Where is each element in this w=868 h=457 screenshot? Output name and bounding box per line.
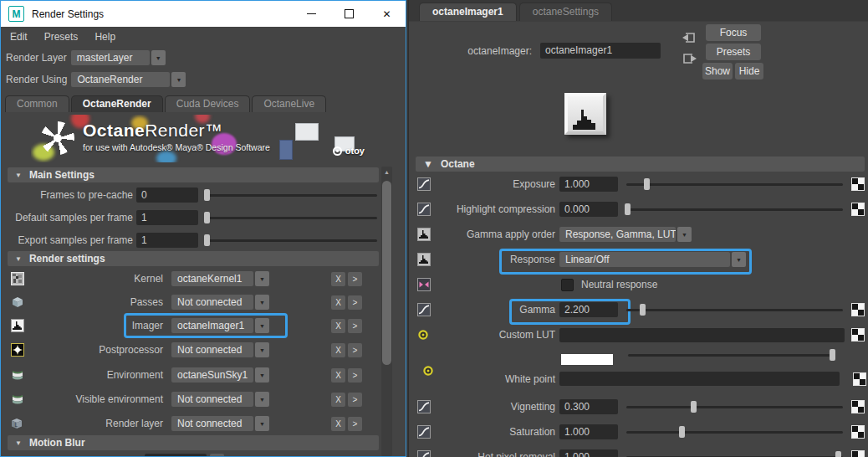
render-layer-node-icon[interactable]: L	[11, 418, 29, 429]
custom-lut-input[interactable]	[559, 328, 845, 342]
maximize-button[interactable]	[330, 1, 368, 27]
scroll-up-icon[interactable]: ▲	[381, 167, 392, 177]
gamma-slider[interactable]	[625, 302, 845, 317]
chevron-down-icon[interactable]: ▼	[255, 367, 269, 383]
render-layer-clear-button[interactable]: X	[331, 417, 345, 431]
map-checker-icon[interactable]	[851, 400, 865, 413]
kernel-open-button[interactable]: >	[348, 272, 362, 286]
postprocessor-node-icon[interactable]	[11, 343, 29, 357]
section-main-settings[interactable]: ▼ Main Settings	[8, 167, 379, 182]
clipped-field[interactable]	[145, 454, 207, 457]
focus-button[interactable]: Focus	[706, 24, 761, 41]
imager-swatch-preview[interactable]	[564, 93, 606, 135]
response-dropdown[interactable]: Linear/Off	[559, 252, 730, 267]
collapse-triangle-icon[interactable]: ▼	[423, 158, 433, 170]
kernel-dropdown[interactable]: octaneKernel1	[171, 271, 253, 286]
white-point-slider[interactable]	[626, 347, 836, 362]
saturation-input[interactable]: 1.000	[559, 424, 618, 439]
gamma-apply-order-dropdown[interactable]: Response, Gamma, LUT	[559, 227, 676, 242]
chevron-down-icon[interactable]: ▼	[255, 342, 269, 357]
curve-icon[interactable]	[417, 400, 439, 413]
minimize-button[interactable]	[293, 1, 330, 27]
vignetting-input[interactable]: 0.300	[559, 399, 618, 414]
curve-icon[interactable]	[417, 177, 439, 191]
visible-environment-node-icon[interactable]	[11, 393, 29, 406]
highlight-compression-slider[interactable]	[625, 202, 845, 217]
imager-clear-button[interactable]: X	[331, 319, 345, 333]
hot-pixel-removal-input[interactable]: 1.000	[559, 449, 618, 457]
tab-common[interactable]: Common	[5, 95, 69, 112]
export-samples-input[interactable]: 1	[136, 233, 198, 248]
show-button[interactable]: Show	[702, 63, 733, 80]
kernel-node-icon[interactable]	[11, 272, 29, 285]
output-connection-icon[interactable]	[681, 50, 697, 67]
collapse-triangle-icon[interactable]: ▼	[15, 255, 22, 263]
white-point-color-swatch[interactable]	[561, 354, 613, 365]
hide-button[interactable]: Hide	[735, 63, 763, 80]
curve-icon[interactable]	[417, 203, 439, 216]
exposure-slider[interactable]	[625, 177, 845, 192]
mixer-icon[interactable]	[417, 278, 439, 291]
curve-icon[interactable]	[417, 425, 439, 439]
hot-pixel-removal-slider[interactable]	[625, 449, 845, 457]
render-layer-dropdown[interactable]: masterLayer	[71, 50, 150, 65]
histogram-icon[interactable]	[417, 253, 439, 266]
render-layer-node-dropdown[interactable]: Not connected	[171, 416, 253, 431]
histogram-icon[interactable]	[417, 228, 439, 241]
tab-octanerender[interactable]: OctaneRender	[71, 95, 163, 112]
map-checker-icon[interactable]	[851, 177, 865, 191]
environment-node-icon[interactable]	[11, 368, 29, 382]
curve-icon[interactable]	[417, 450, 439, 457]
render-using-dropdown[interactable]: OctaneRender	[71, 72, 170, 87]
menu-help[interactable]: Help	[94, 31, 115, 43]
map-checker-icon[interactable]	[853, 372, 866, 386]
chevron-down-icon[interactable]: ▼	[677, 227, 692, 242]
imager-node-icon[interactable]	[11, 319, 29, 332]
exposure-input[interactable]: 1.000	[559, 177, 618, 192]
map-checker-icon[interactable]	[851, 450, 865, 457]
export-samples-slider[interactable]	[205, 233, 379, 248]
imager-dropdown[interactable]: octaneImager1	[171, 318, 253, 333]
frames-to-precache-slider[interactable]	[205, 187, 379, 203]
menu-presets[interactable]: Presets	[44, 31, 79, 43]
visible-environment-clear-button[interactable]: X	[331, 393, 345, 407]
chevron-down-icon[interactable]: ▼	[171, 72, 186, 87]
map-checker-icon[interactable]	[851, 303, 865, 316]
chevron-down-icon[interactable]: ▼	[255, 392, 269, 407]
map-checker-icon[interactable]	[851, 203, 865, 216]
environment-dropdown[interactable]: octaneSunSky1	[171, 367, 253, 383]
environment-open-button[interactable]: >	[348, 368, 362, 383]
vignetting-slider[interactable]	[625, 399, 845, 414]
imager-open-button[interactable]: >	[348, 319, 362, 333]
render-layer-open-button[interactable]: >	[348, 417, 362, 431]
kernel-clear-button[interactable]: X	[331, 272, 345, 286]
curve-icon[interactable]	[417, 303, 439, 316]
passes-clear-button[interactable]: X	[331, 295, 345, 310]
tab-octaneimager1[interactable]: octaneImager1	[419, 3, 517, 21]
chevron-down-icon[interactable]: ▼	[151, 50, 166, 65]
menu-edit[interactable]: Edit	[10, 31, 28, 43]
passes-open-button[interactable]: >	[348, 295, 362, 310]
chevron-down-icon[interactable]: ▼	[255, 416, 269, 431]
map-checker-icon[interactable]	[851, 328, 865, 341]
texture-dot-icon[interactable]	[417, 329, 439, 341]
map-checker-icon[interactable]	[851, 425, 865, 439]
chevron-down-icon[interactable]: ▼	[255, 318, 269, 333]
scrollbar-thumb[interactable]	[382, 181, 391, 365]
tab-cuda-devices[interactable]: Cuda Devices	[165, 95, 251, 112]
passes-node-icon[interactable]	[11, 295, 29, 309]
chevron-down-icon[interactable]: ▼	[255, 295, 269, 310]
neutral-response-checkbox[interactable]	[561, 279, 574, 291]
visible-environment-dropdown[interactable]: Not connected	[171, 392, 253, 407]
tab-octanelive[interactable]: OctaneLive	[252, 95, 326, 112]
highlight-compression-input[interactable]: 0.000	[559, 202, 618, 217]
saturation-slider[interactable]	[625, 424, 845, 439]
clipped-button[interactable]	[210, 454, 224, 457]
gamma-input[interactable]: 2.200	[559, 302, 618, 317]
passes-dropdown[interactable]: Not connected	[171, 295, 253, 310]
chevron-down-icon[interactable]: ▼	[732, 252, 746, 267]
default-samples-input[interactable]: 1	[136, 210, 198, 225]
environment-clear-button[interactable]: X	[331, 368, 345, 383]
postprocessor-clear-button[interactable]: X	[331, 343, 345, 357]
tab-octanesettings[interactable]: octaneSettings	[519, 3, 612, 21]
